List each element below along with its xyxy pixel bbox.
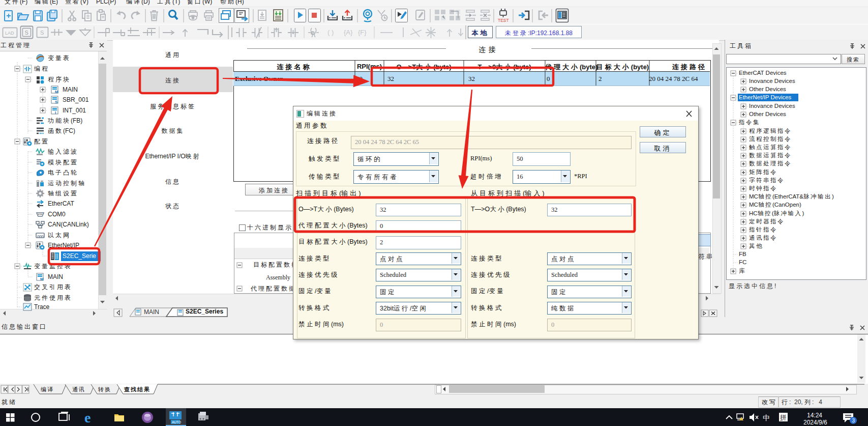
svg-text:!: !	[741, 418, 741, 421]
svg-text:2024/9/6: 2024/9/6	[803, 419, 827, 426]
svg-text:14:24: 14:24	[807, 412, 822, 419]
svg-text:中: 中	[763, 414, 770, 422]
svg-text:3: 3	[852, 418, 855, 423]
svg-text:拼: 拼	[780, 414, 787, 421]
svg-text:AUTO: AUTO	[172, 420, 181, 424]
svg-text:e: e	[84, 410, 91, 425]
